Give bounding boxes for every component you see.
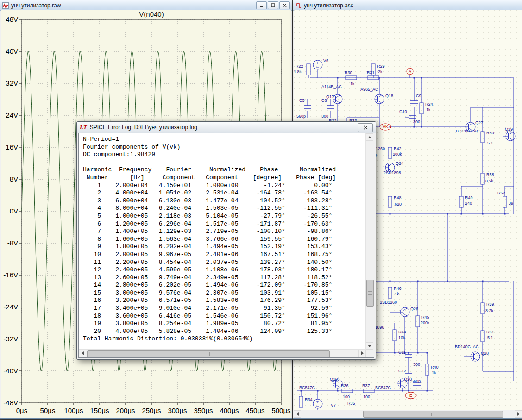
svg-text:2SB1260: 2SB1260 bbox=[380, 300, 397, 305]
error-log-text: N-Period=1 Fourier components of V(vk) D… bbox=[79, 133, 374, 343]
svg-text:1k: 1k bbox=[350, 81, 355, 86]
svg-text:R35: R35 bbox=[347, 401, 355, 406]
svg-text:Q27: Q27 bbox=[475, 120, 483, 125]
svg-text:R49: R49 bbox=[465, 195, 473, 200]
svg-text:-32V: -32V bbox=[3, 335, 18, 343]
svg-text:R24: R24 bbox=[425, 102, 433, 107]
svg-text:R40: R40 bbox=[431, 365, 439, 370]
svg-text:Q17: Q17 bbox=[326, 94, 334, 99]
close-button[interactable] bbox=[279, 1, 290, 9]
svg-text:2SD1898: 2SD1898 bbox=[384, 170, 401, 175]
schematic-titlebar[interactable]: унч утилизатор.asc bbox=[293, 0, 522, 11]
scrollbar-corner bbox=[366, 350, 374, 357]
svg-text:C10: C10 bbox=[399, 109, 407, 114]
svg-text:560p: 560p bbox=[296, 114, 306, 119]
svg-text:R37: R37 bbox=[362, 383, 370, 388]
svg-text:8.2k: 8.2k bbox=[485, 308, 494, 313]
svg-text:450µs: 450µs bbox=[245, 407, 264, 414]
svg-text:48V: 48V bbox=[6, 15, 18, 23]
dialog-title: SPICE Error Log: D:\LT\унч утилизатор.lo… bbox=[90, 124, 355, 131]
svg-text:620: 620 bbox=[395, 202, 402, 207]
maximize-button[interactable] bbox=[268, 1, 278, 9]
svg-text:Q28: Q28 bbox=[481, 351, 489, 356]
svg-text:VK: VK bbox=[383, 125, 388, 129]
svg-text:C11: C11 bbox=[398, 350, 406, 355]
svg-text:200µs: 200µs bbox=[116, 407, 135, 414]
svg-text:A114B_AC: A114B_AC bbox=[321, 84, 342, 89]
svg-text:Q29: Q29 bbox=[505, 127, 513, 132]
svg-text:1.8k: 1.8k bbox=[294, 69, 302, 74]
dialog-vertical-scrollbar[interactable] bbox=[365, 133, 374, 350]
svg-text:BC547C: BC547C bbox=[299, 385, 315, 390]
svg-text:R52: R52 bbox=[497, 191, 505, 195]
svg-text:R29: R29 bbox=[377, 64, 385, 69]
minimize-button[interactable] bbox=[256, 1, 267, 9]
horizontal-scroll-thumb[interactable] bbox=[87, 350, 330, 357]
svg-text:C9: C9 bbox=[416, 94, 421, 98]
scroll-right-button[interactable] bbox=[515, 410, 522, 418]
svg-text:Q19: Q19 bbox=[330, 377, 338, 382]
vertical-scroll-thumb[interactable] bbox=[366, 280, 374, 307]
dialog-body: N-Period=1 Fourier components of V(vk) D… bbox=[78, 133, 374, 358]
svg-text:R58: R58 bbox=[486, 172, 494, 177]
schematic-window-title: унч утилизатор.asc bbox=[304, 2, 521, 9]
svg-text:8.2k: 8.2k bbox=[485, 179, 494, 183]
svg-text:100µs: 100µs bbox=[64, 407, 83, 414]
svg-text:0µs: 0µs bbox=[16, 407, 28, 414]
svg-text:39: 39 bbox=[509, 201, 513, 206]
svg-text:C5: C5 bbox=[299, 98, 305, 103]
svg-text:V6: V6 bbox=[323, 58, 328, 63]
schematic-file-icon bbox=[295, 2, 302, 9]
svg-text:C6: C6 bbox=[321, 98, 327, 103]
svg-text:R34: R34 bbox=[305, 397, 313, 402]
svg-text:200k: 200k bbox=[393, 152, 402, 157]
svg-text:24V: 24V bbox=[6, 111, 18, 119]
svg-text:V7: V7 bbox=[331, 403, 336, 407]
schematic-horizontal-scrollbar[interactable] bbox=[294, 410, 522, 418]
svg-text:100: 100 bbox=[343, 395, 350, 399]
scroll-left-button[interactable] bbox=[79, 350, 86, 357]
svg-text:R59: R59 bbox=[486, 302, 494, 307]
dialog-close-button[interactable] bbox=[358, 123, 373, 132]
svg-text:8V: 8V bbox=[10, 175, 18, 183]
svg-text:R46: R46 bbox=[394, 286, 402, 291]
lt-logo-icon: LT bbox=[80, 124, 87, 131]
svg-text:250µs: 250µs bbox=[142, 407, 161, 414]
svg-text:R31: R31 bbox=[367, 70, 375, 75]
svg-text:300µs: 300µs bbox=[168, 407, 187, 414]
dialog-horizontal-scrollbar[interactable] bbox=[79, 349, 366, 357]
svg-text:R44: R44 bbox=[398, 330, 406, 334]
svg-text:R51: R51 bbox=[486, 330, 494, 334]
svg-text:E: E bbox=[409, 393, 412, 398]
svg-text:A: A bbox=[409, 69, 411, 74]
svg-text:R42: R42 bbox=[394, 146, 402, 151]
waveform-file-icon bbox=[2, 2, 9, 9]
horizontal-scroll-thumb[interactable] bbox=[363, 411, 503, 418]
svg-text:V(n040): V(n040) bbox=[139, 10, 164, 18]
scroll-left-button[interactable] bbox=[294, 410, 301, 418]
svg-text:Q26: Q26 bbox=[410, 307, 418, 311]
svg-text:R22: R22 bbox=[296, 64, 303, 69]
svg-text:1k: 1k bbox=[432, 370, 436, 375]
svg-text:A965_AC: A965_AC bbox=[360, 87, 378, 92]
svg-text:400µs: 400µs bbox=[220, 407, 239, 414]
svg-text:40V: 40V bbox=[6, 47, 18, 55]
scroll-down-button[interactable] bbox=[366, 342, 373, 350]
svg-text:-48V: -48V bbox=[3, 399, 18, 407]
svg-text:-40V: -40V bbox=[3, 367, 18, 375]
svg-text:32V: 32V bbox=[6, 79, 18, 87]
svg-text:1k: 1k bbox=[426, 107, 431, 112]
svg-text:-8V: -8V bbox=[7, 239, 18, 247]
scroll-right-button[interactable] bbox=[358, 350, 366, 357]
svg-text:C12: C12 bbox=[398, 369, 406, 373]
svg-text:R30: R30 bbox=[345, 70, 352, 75]
spice-error-log-dialog: LT SPICE Error Log: D:\LT\унч утилизатор… bbox=[76, 121, 376, 360]
svg-text:500µs: 500µs bbox=[271, 407, 290, 414]
waveform-window-title: унч утилизатор.raw bbox=[11, 2, 254, 9]
svg-text:BC547C: BC547C bbox=[375, 385, 391, 390]
scroll-up-button[interactable] bbox=[366, 133, 373, 141]
svg-text:-24V: -24V bbox=[3, 303, 18, 311]
waveform-titlebar[interactable]: унч утилизатор.raw bbox=[0, 0, 292, 11]
dialog-titlebar[interactable]: LT SPICE Error Log: D:\LT\унч утилизатор… bbox=[77, 122, 376, 133]
svg-text:R45: R45 bbox=[421, 315, 429, 320]
